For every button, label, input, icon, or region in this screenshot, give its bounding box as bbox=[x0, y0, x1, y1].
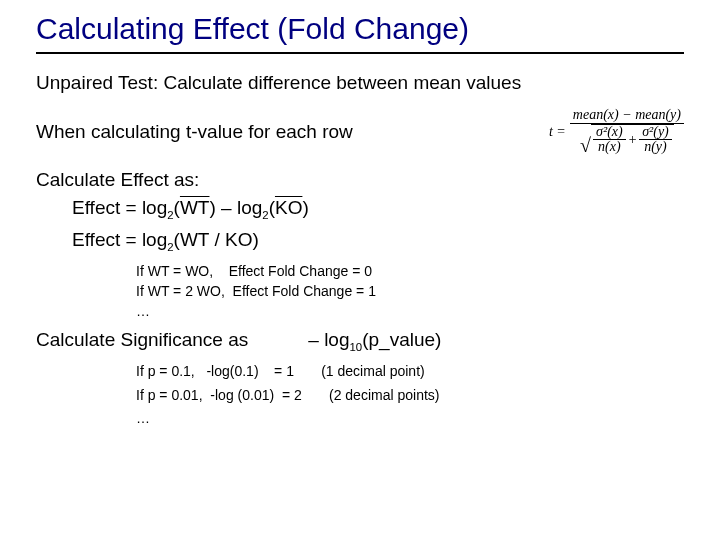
sqrt-icon: √ σ²(x) n(x) + σ²(y) n(y) bbox=[580, 124, 674, 155]
den2-num: σ²(y) bbox=[639, 125, 672, 141]
sig-rest: (p_value) bbox=[362, 329, 441, 350]
t-value-row: When calculating t-value for each row t … bbox=[36, 108, 684, 155]
sig-pre: – log bbox=[308, 329, 349, 350]
ellipsis-1: … bbox=[136, 303, 684, 319]
t-value-text: When calculating t-value for each row bbox=[36, 121, 353, 143]
fc-example-2: If WT = 2 WO, Effect Fold Change = 1 bbox=[136, 283, 684, 299]
sig-sub: 10 bbox=[350, 340, 363, 352]
t-fraction: mean(x) − mean(y) √ σ²(x) n(x) + σ²(y) n… bbox=[570, 108, 684, 155]
effect-formula-1: Effect = log2(WT) – log2(KO) bbox=[72, 197, 684, 221]
den2-den: n(y) bbox=[641, 140, 670, 155]
sig-example-1: If p = 0.1, -log(0.1) = 1 (1 decimal poi… bbox=[136, 360, 684, 384]
plus: + bbox=[628, 133, 637, 148]
t-lhs: t = bbox=[549, 124, 566, 140]
eff1-mid: ) – log bbox=[209, 197, 262, 218]
eff1-pre: Effect = log bbox=[72, 197, 167, 218]
unpaired-test-line: Unpaired Test: Calculate difference betw… bbox=[36, 72, 684, 94]
fc-example-1: If WT = WO, Effect Fold Change = 0 bbox=[136, 263, 684, 279]
den1-num: σ²(x) bbox=[593, 125, 626, 141]
eff2-pre: Effect = log bbox=[72, 229, 167, 250]
slide-title: Calculating Effect (Fold Change) bbox=[36, 12, 684, 54]
eff1-wt: WT bbox=[180, 197, 210, 218]
calc-sig-label: Calculate Significance as bbox=[36, 329, 248, 353]
eff1-ko: KO bbox=[275, 197, 302, 218]
significance-row: Calculate Significance as – log10(p_valu… bbox=[36, 329, 684, 353]
eff2-rest: (WT / KO) bbox=[174, 229, 259, 250]
sig-example-2: If p = 0.01, -log (0.01) = 2 (2 decimal … bbox=[136, 384, 684, 408]
ellipsis-2: … bbox=[136, 410, 684, 426]
den1-den: n(x) bbox=[595, 140, 624, 155]
t-num: mean(x) − mean(y) bbox=[570, 108, 684, 124]
sig-formula: – log10(p_value) bbox=[308, 329, 441, 353]
calc-effect-label: Calculate Effect as: bbox=[36, 169, 684, 191]
eff1-end: ) bbox=[302, 197, 308, 218]
effect-formula-2: Effect = log2(WT / KO) bbox=[72, 229, 684, 253]
t-formula: t = mean(x) − mean(y) √ σ²(x) n(x) + σ²(… bbox=[549, 108, 684, 155]
